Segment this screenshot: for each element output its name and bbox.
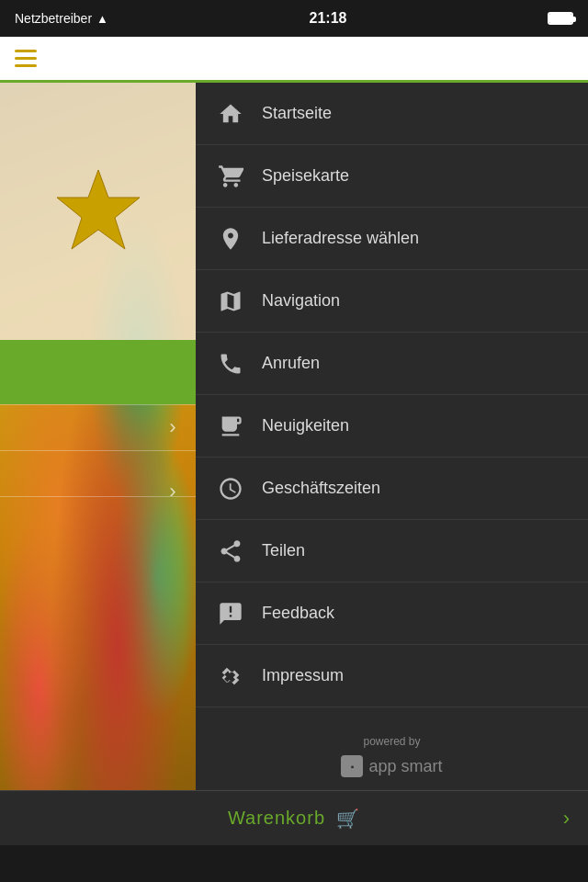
menu-label-teilen: Teilen [262,541,305,560]
menu-item-navigation[interactable]: Navigation [196,270,588,333]
header-bar [0,37,588,83]
menu-label-lieferadresse: Lieferadresse wählen [262,229,419,248]
menu-label-speisekarte: Speisekarte [262,166,349,186]
powered-by-text: powered by [363,735,420,748]
menu-label-anrufen: Anrufen [262,354,320,373]
bottom-bar[interactable]: Warenkorb 🛒 › [0,790,588,845]
content-area: › › Startseite Speisekarte [0,83,588,790]
menu-item-impressum[interactable]: Impressum [196,645,588,707]
menu-label-feedback: Feedback [262,604,334,623]
feedback-icon [214,597,247,630]
menu-item-anrufen[interactable]: Anrufen [196,333,588,395]
menu-item-startseite[interactable]: Startseite [196,83,588,145]
cart-icon [214,160,247,193]
menu-item-teilen[interactable]: Teilen [196,520,588,582]
menu-label-geschaeftszeiten: Geschäftszeiten [262,479,380,498]
powered-by-section: powered by ▪ app smart [196,707,588,790]
location-icon [214,222,247,255]
phone-icon [214,347,247,380]
menu-item-speisekarte[interactable]: Speisekarte [196,145,588,208]
restaurant-logo [52,165,144,257]
wifi-icon: ▲ [96,12,108,26]
appsmart-brand: app smart [368,757,442,776]
menu-label-startseite: Startseite [262,104,332,123]
battery-indicator [548,12,573,25]
menu-item-geschaeftszeiten[interactable]: Geschäftszeiten [196,458,588,520]
green-banner [0,340,196,404]
menu-label-neuigkeiten: Neuigkeiten [262,416,349,435]
slide-arrow-2[interactable]: › [159,469,187,514]
warenkorb-label: Warenkorb 🛒 [228,808,360,830]
menu-label-impressum: Impressum [262,666,344,685]
share-icon [214,535,247,568]
news-icon [214,410,247,443]
menu-item-neuigkeiten[interactable]: Neuigkeiten [196,395,588,458]
handshake-icon [214,660,247,693]
appsmart-logo: ▪ app smart [341,755,442,777]
left-panel: › › [0,83,196,790]
hamburger-menu[interactable] [15,50,37,67]
appsmart-icon: ▪ [341,755,363,777]
right-menu-panel: Startseite Speisekarte Lieferadresse wäh… [196,83,588,790]
logo-area [0,83,196,340]
menu-label-navigation: Navigation [262,291,340,311]
main-layout: › › Startseite Speisekarte [0,37,588,845]
time-label: 21:18 [310,10,347,27]
map-icon [214,285,247,318]
bottom-arrow[interactable]: › [563,807,570,831]
cart-bottom-icon: 🛒 [336,808,360,830]
svg-marker-0 [57,170,140,249]
home-icon [214,97,247,130]
clock-icon [214,472,247,505]
divider-2 [0,450,196,451]
menu-item-lieferadresse[interactable]: Lieferadresse wählen [196,208,588,270]
slide-arrow-1[interactable]: › [159,404,187,450]
menu-item-feedback[interactable]: Feedback [196,582,588,645]
carrier-label: Netzbetreiber ▲ [15,11,108,26]
status-bar: Netzbetreiber ▲ 21:18 [0,0,588,37]
